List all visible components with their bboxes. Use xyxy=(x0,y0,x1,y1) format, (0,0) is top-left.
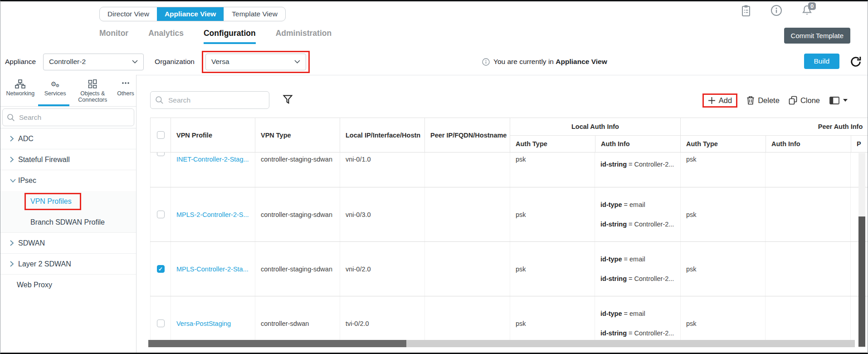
horizontal-scrollbar[interactable] xyxy=(148,340,855,347)
column-header-local-ip[interactable]: Local IP/Interface/Hostn xyxy=(340,118,424,152)
cell-peer-auth-info xyxy=(765,296,850,340)
table-search-input[interactable] xyxy=(167,96,264,105)
group-label-peer-auth-info: Peer Auth Info xyxy=(681,118,868,136)
auth-info-line: id-type = email xyxy=(600,256,674,263)
view-tab-director-view[interactable]: Director View xyxy=(100,7,157,21)
column-header-peer-ip[interactable]: Peer IP/FQDN/Hostname xyxy=(424,118,510,152)
sidebar-search-input[interactable] xyxy=(18,113,130,122)
sidebar-item-stateful-firewall[interactable]: Stateful Firewall xyxy=(0,149,136,170)
add-button[interactable]: Add xyxy=(702,93,737,108)
commit-template-button[interactable]: Commit Template xyxy=(784,28,850,44)
select-all-checkbox-cell xyxy=(150,118,171,152)
appliance-select[interactable]: Controller-2 xyxy=(43,54,144,70)
sidebar-tab-objects-connectors[interactable]: Objects & Connectors xyxy=(70,79,115,103)
nav-item-analytics[interactable]: Analytics xyxy=(148,29,184,44)
nav-item-administration[interactable]: Administration xyxy=(276,29,332,44)
clipboard-icon[interactable] xyxy=(741,5,751,17)
view-tab-template-view[interactable]: Template View xyxy=(224,7,285,21)
column-group-peer-auth-info: Peer Auth Info Auth Type Auth Info P xyxy=(680,118,868,152)
table-row[interactable]: ✓MPLS-Controller-2-Sta...controller-stag… xyxy=(150,242,868,296)
table-actions: Add Delete Clone xyxy=(702,91,848,109)
services-icon: ⚙⚙ xyxy=(51,79,60,88)
chevron-right-icon[interactable] xyxy=(10,240,17,246)
nav-item-configuration[interactable]: Configuration xyxy=(204,29,256,44)
column-header-peer-auth-type[interactable]: Auth Type xyxy=(681,136,766,152)
column-header-local-auth-type[interactable]: Auth Type xyxy=(510,136,595,152)
sidebar-tab-label: Services xyxy=(44,90,66,97)
sidebar-item-layer-2-sdwan[interactable]: Layer 2 SDWAN xyxy=(0,254,136,275)
sidebar-item-label: VPN Profiles xyxy=(24,193,81,210)
column-header-vpn-type[interactable]: VPN Type xyxy=(255,118,340,152)
sidebar-tab-label: Networking xyxy=(6,90,35,97)
table-row[interactable]: MPLS-2-Controller-2-S...controller-stagi… xyxy=(150,187,868,242)
cell-peer-ip xyxy=(424,296,510,340)
cell-vpn-profile: Versa-PostStaging xyxy=(171,296,255,340)
row-checkbox[interactable] xyxy=(157,211,165,218)
nav-item-monitor[interactable]: Monitor xyxy=(99,29,128,44)
row-checkbox[interactable]: ✓ xyxy=(157,265,165,273)
context-bar: Appliance Controller-2 Organization Vers… xyxy=(0,49,868,75)
sidebar-item-label: Stateful Firewall xyxy=(18,156,70,164)
sidebar-tab-networking[interactable]: Networking xyxy=(0,79,40,97)
column-header-peer-auth-info[interactable]: Auth Info xyxy=(766,136,851,152)
sidebar-item-vpn-profiles[interactable]: VPN Profiles xyxy=(0,191,136,212)
vertical-scrollbar-thumb[interactable] xyxy=(858,216,865,347)
column-header-truncated[interactable]: P xyxy=(851,136,868,152)
top-icon-bar: 0 xyxy=(741,5,813,17)
vpn-profile-link[interactable]: MPLS-Controller-2-Sta... xyxy=(176,266,249,273)
sidebar-item-sdwan[interactable]: SDWAN xyxy=(0,233,136,254)
delete-button[interactable]: Delete xyxy=(746,96,780,105)
row-checkbox[interactable] xyxy=(157,320,165,327)
build-button[interactable]: Build xyxy=(804,54,839,69)
sidebar-item-ipsec[interactable]: IPsec xyxy=(0,170,136,191)
column-header-local-auth-info[interactable]: Auth Info xyxy=(595,136,681,152)
sidebar-item-web-proxy[interactable]: Web Proxy xyxy=(0,275,136,295)
sidebar-tab-others[interactable]: Others xyxy=(115,79,136,97)
sidebar-item-label: Branch SDWAN Profile xyxy=(30,218,105,226)
sidebar-tab-services[interactable]: ⚙⚙Services xyxy=(40,79,70,97)
sidebar-search xyxy=(0,107,136,128)
table-row[interactable]: Versa-PostStagingcontroller-sdwantvi-0/2… xyxy=(150,296,868,340)
vpn-profile-link[interactable]: INET-Controller-2-Stag... xyxy=(176,156,249,163)
vpn-profile-link[interactable]: Versa-PostStaging xyxy=(176,320,231,327)
search-icon xyxy=(7,113,15,122)
cell-peer-auth-type: psk xyxy=(680,187,765,241)
info-text: You are currently in xyxy=(493,58,554,65)
cell-local-auth-type: psk xyxy=(510,152,595,187)
nav-items: MonitorAnalyticsConfigurationAdministrat… xyxy=(99,29,332,44)
info-circle-icon xyxy=(482,58,490,66)
chevron-right-icon[interactable] xyxy=(10,156,17,163)
auth-info-line: id-type = email xyxy=(600,201,674,208)
table-row[interactable]: INET-Controller-2-Stag...controller-stag… xyxy=(150,152,868,187)
column-header-vpn-profile[interactable]: VPN Profile xyxy=(171,118,255,152)
vertical-scrollbar[interactable] xyxy=(858,153,865,348)
cell-peer-auth-type: psk xyxy=(680,152,765,187)
cell-vpn-type: controller-staging-sdwan xyxy=(255,187,340,241)
info-icon[interactable] xyxy=(770,5,782,17)
cell-vpn-profile: MPLS-2-Controller-2-S... xyxy=(171,187,255,241)
chevron-right-icon[interactable] xyxy=(10,261,17,267)
row-checkbox-cell xyxy=(150,187,171,241)
vpn-profile-link[interactable]: MPLS-2-Controller-2-S... xyxy=(176,211,249,218)
sidebar-item-branch-sdwan-profile[interactable]: Branch SDWAN Profile xyxy=(0,212,136,233)
clone-button[interactable]: Clone xyxy=(789,96,820,105)
filter-icon[interactable] xyxy=(283,94,293,105)
notifications-bell[interactable]: 0 xyxy=(801,5,813,17)
column-settings-button[interactable] xyxy=(829,96,848,105)
auth-info-line: id-string = Controller-2... xyxy=(600,275,674,282)
organization-select[interactable]: Versa xyxy=(205,54,306,70)
chevron-down-icon[interactable] xyxy=(10,178,17,183)
sidebar-item-label: SDWAN xyxy=(18,239,45,247)
cell-peer-ip xyxy=(424,242,510,296)
info-text-bold: Appliance View xyxy=(556,58,607,65)
cell-vpn-profile: INET-Controller-2-Stag... xyxy=(171,152,255,187)
row-checkbox[interactable] xyxy=(157,152,165,156)
select-all-checkbox[interactable] xyxy=(157,131,165,139)
refresh-icon[interactable] xyxy=(849,55,862,68)
horizontal-scrollbar-thumb[interactable] xyxy=(148,340,406,347)
sidebar-item-adc[interactable]: ADC xyxy=(0,128,136,149)
view-tab-appliance-view[interactable]: Appliance View xyxy=(157,7,224,21)
caret-down-icon xyxy=(843,99,848,102)
row-checkbox-cell xyxy=(150,152,171,187)
chevron-right-icon[interactable] xyxy=(10,135,17,142)
